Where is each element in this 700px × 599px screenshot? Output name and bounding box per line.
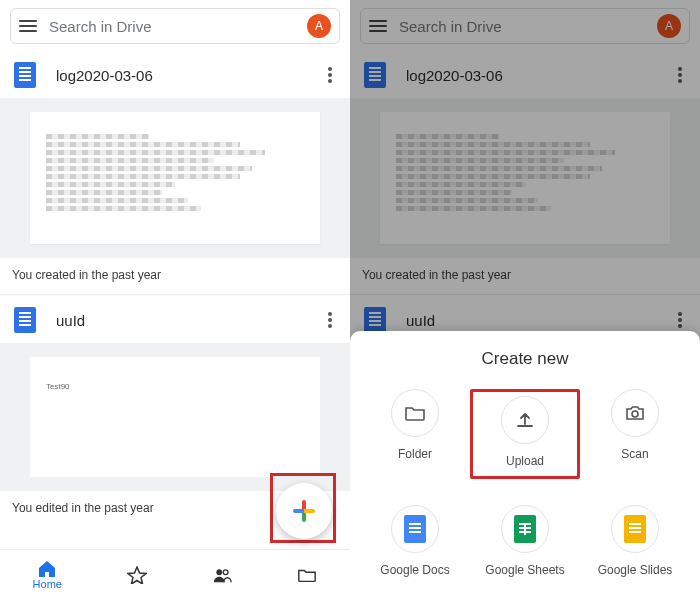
nav-files[interactable] (297, 566, 317, 584)
svg-point-0 (217, 569, 223, 575)
file-name: log2020-03-06 (56, 67, 324, 84)
create-slides[interactable]: Google Slides (580, 505, 690, 577)
file-row[interactable]: uuId (0, 295, 350, 343)
file-caption: You created in the past year (0, 258, 350, 294)
docs-icon (364, 307, 386, 333)
file-preview[interactable] (350, 98, 700, 258)
search-bar[interactable]: Search in Drive A (10, 8, 340, 44)
nav-starred[interactable] (127, 566, 147, 584)
sheet-title: Create new (360, 349, 690, 369)
search-placeholder: Search in Drive (399, 18, 657, 35)
create-scan[interactable]: Scan (580, 389, 690, 479)
create-sheets[interactable]: Google Sheets (470, 505, 580, 577)
avatar[interactable]: A (307, 14, 331, 38)
people-icon (212, 566, 232, 584)
more-icon[interactable] (674, 308, 686, 332)
more-icon[interactable] (324, 308, 336, 332)
file-row[interactable]: log2020-03-06 (350, 50, 700, 98)
file-name: log2020-03-06 (406, 67, 674, 84)
file-preview[interactable] (0, 98, 350, 258)
file-preview[interactable]: Test90 (0, 343, 350, 491)
left-pane: Search in Drive A log2020-03-06 You crea… (0, 0, 350, 599)
docs-icon (364, 62, 386, 88)
nav-shared[interactable] (212, 566, 232, 584)
search-bar[interactable]: Search in Drive A (360, 8, 690, 44)
folder-icon (391, 389, 439, 437)
file-name: uuId (56, 312, 324, 329)
search-placeholder: Search in Drive (49, 18, 307, 35)
file-row[interactable]: log2020-03-06 (0, 50, 350, 98)
google-sheets-icon (501, 505, 549, 553)
google-slides-icon (611, 505, 659, 553)
nav-home[interactable]: Home (33, 560, 62, 590)
create-sheet: Create new Folder Upload Scan Google Doc… (350, 331, 700, 599)
camera-icon (611, 389, 659, 437)
home-icon (37, 560, 57, 578)
preview-text: Test90 (46, 382, 70, 391)
file-caption: You created in the past year (350, 258, 700, 294)
avatar[interactable]: A (657, 14, 681, 38)
file-name: uuId (406, 312, 674, 329)
upload-icon (501, 396, 549, 444)
svg-point-1 (224, 569, 229, 574)
star-icon (127, 566, 147, 584)
plus-icon (293, 500, 315, 522)
menu-icon[interactable] (19, 20, 37, 32)
create-folder[interactable]: Folder (360, 389, 470, 479)
right-pane: Search in Drive A log2020-03-06 You crea… (350, 0, 700, 599)
bottom-nav: Home (0, 549, 350, 599)
create-upload[interactable]: Upload (470, 389, 580, 479)
create-fab[interactable] (276, 483, 332, 539)
google-docs-icon (391, 505, 439, 553)
docs-icon (14, 307, 36, 333)
docs-icon (14, 62, 36, 88)
folder-icon (297, 566, 317, 584)
more-icon[interactable] (324, 63, 336, 87)
more-icon[interactable] (674, 63, 686, 87)
create-docs[interactable]: Google Docs (360, 505, 470, 577)
menu-icon[interactable] (369, 20, 387, 32)
svg-point-2 (632, 411, 638, 417)
